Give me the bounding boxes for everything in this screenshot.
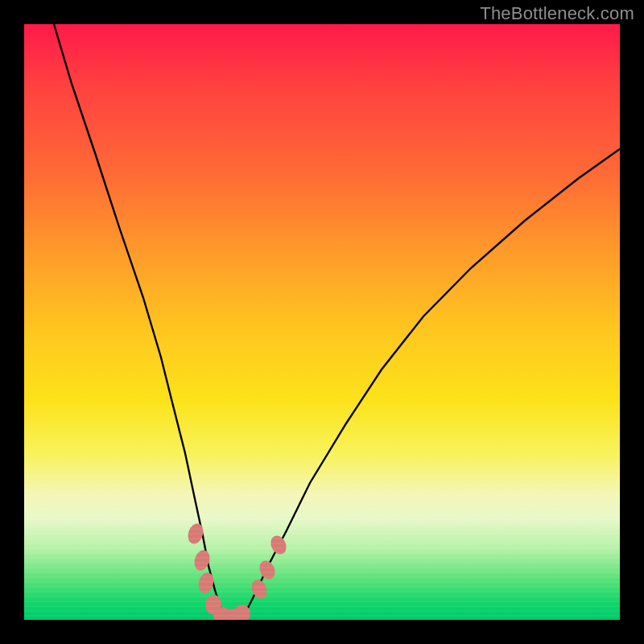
watermark: TheBottleneck.com	[480, 3, 634, 24]
svg-point-9	[257, 558, 278, 581]
svg-point-8	[249, 578, 270, 601]
svg-rect-7	[214, 609, 246, 620]
chart-frame: TheBottleneck.com	[0, 0, 644, 644]
svg-point-10	[268, 533, 290, 556]
left-cluster	[185, 522, 251, 620]
svg-point-0	[185, 522, 205, 546]
plot-area	[24, 24, 620, 620]
curve-svg	[24, 24, 620, 620]
right-cluster	[249, 533, 289, 601]
bottleneck-curve	[54, 24, 620, 620]
svg-point-2	[196, 571, 216, 595]
